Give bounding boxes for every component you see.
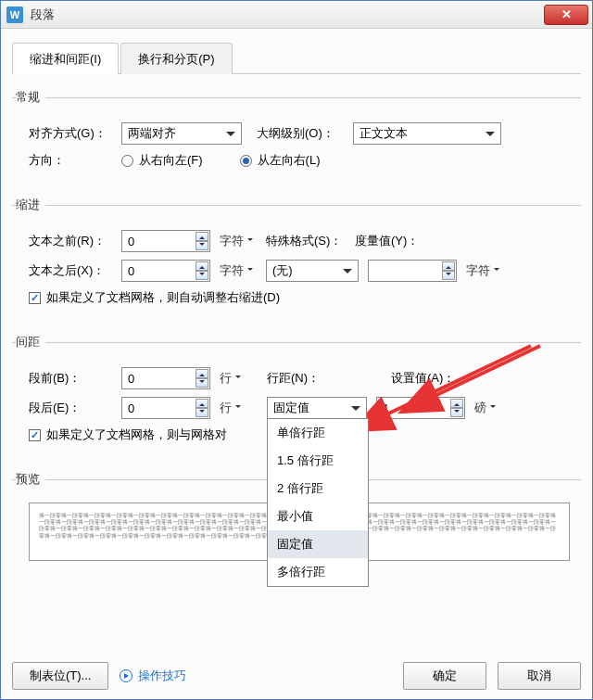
spin-indent-before[interactable]: 0	[121, 230, 210, 252]
dropdown-item[interactable]: 2 倍行距	[268, 475, 368, 503]
dropdown-item[interactable]: 1.5 倍行距	[268, 447, 368, 475]
section-spacing: 间距 段前(B)： 0 行 行距(N)： 设置值(A)： 段后(E)： 0 行 …	[12, 334, 581, 456]
label-alignment: 对齐方式(G)：	[29, 125, 112, 142]
select-alignment[interactable]: 两端对齐	[121, 122, 242, 145]
titlebar: W 段落 ✕	[1, 1, 592, 29]
unit-line-1[interactable]: 行	[220, 370, 241, 387]
unit-char-3[interactable]: 字符	[466, 262, 499, 279]
label-line-spacing: 行距(N)：	[267, 370, 341, 387]
dialog-footer: 制表位(T)... 操作技巧 确定 取消	[12, 662, 581, 690]
radio-ltr[interactable]: 从左向右(L)	[240, 152, 321, 169]
legend-indent: 缩进	[16, 197, 45, 213]
section-indent: 缩进 文本之前(R)： 0 字符 特殊格式(S)： 度量值(Y)： 文本之后(X…	[12, 197, 581, 319]
legend-spacing: 间距	[16, 334, 45, 350]
tips-link[interactable]: 操作技巧	[120, 668, 186, 684]
checkbox-icon: ✓	[29, 429, 41, 441]
spin-space-after[interactable]: 0	[121, 397, 210, 419]
checkbox-icon: ✓	[29, 292, 41, 304]
label-measure-value: 度量值(Y)：	[355, 233, 429, 249]
select-special-format[interactable]: (无)	[266, 260, 359, 282]
label-space-after: 段后(E)：	[29, 400, 112, 416]
unit-char-1[interactable]: 字符	[220, 233, 253, 249]
select-outline-level[interactable]: 正文文本	[353, 122, 501, 145]
spin-space-before[interactable]: 0	[121, 367, 210, 389]
tabs: 缩进和间距(I) 换行和分页(P)	[12, 42, 581, 74]
cancel-button[interactable]: 取消	[498, 662, 581, 690]
spin-set-value[interactable]: 1	[376, 397, 465, 419]
tab-line-page-break[interactable]: 换行和分页(P)	[120, 43, 232, 74]
play-icon	[120, 669, 132, 682]
label-outline-level: 大纲级别(O)：	[257, 125, 344, 142]
label-set-value: 设置值(A)：	[391, 370, 465, 387]
unit-char-2[interactable]: 字符	[220, 262, 253, 279]
dropdown-item-selected[interactable]: 固定值	[268, 530, 368, 558]
tab-stops-button[interactable]: 制表位(T)...	[12, 662, 108, 690]
window-title: 段落	[31, 6, 544, 23]
unit-line-2[interactable]: 行	[220, 400, 241, 416]
dialog-content: 缩进和间距(I) 换行和分页(P) 常规 对齐方式(G)： 两端对齐 大纲级别(…	[1, 29, 592, 622]
unit-point[interactable]: 磅	[474, 400, 496, 416]
label-indent-after: 文本之后(X)：	[29, 262, 112, 279]
section-general: 常规 对齐方式(G)： 两端对齐 大纲级别(O)： 正文文本 方向： 从右向左(…	[12, 89, 581, 182]
check-snap-to-grid[interactable]: ✓如果定义了文档网格，则与网格对	[29, 426, 227, 443]
dropdown-item[interactable]: 单倍行距	[268, 419, 368, 447]
label-direction: 方向：	[29, 152, 112, 169]
legend-preview: 预览	[16, 471, 45, 488]
spin-indent-after[interactable]: 0	[121, 260, 210, 282]
dropdown-item[interactable]: 最小值	[268, 503, 368, 530]
check-auto-adjust-indent[interactable]: ✓如果定义了文档网格，则自动调整右缩进(D)	[29, 289, 280, 306]
radio-icon-checked	[240, 155, 252, 167]
ok-button[interactable]: 确定	[403, 662, 486, 690]
radio-icon	[121, 155, 133, 167]
radio-rtl[interactable]: 从右向左(F)	[121, 152, 203, 169]
close-button[interactable]: ✕	[544, 5, 588, 25]
select-line-spacing[interactable]: 固定值 单倍行距 1.5 倍行距 2 倍行距 最小值 固定值 多倍行距	[267, 397, 367, 419]
legend-general: 常规	[16, 89, 45, 106]
dropdown-line-spacing: 单倍行距 1.5 倍行距 2 倍行距 最小值 固定值 多倍行距	[267, 418, 369, 587]
app-logo-icon: W	[6, 6, 23, 23]
spin-measure-value[interactable]	[368, 260, 457, 282]
dropdown-item[interactable]: 多倍行距	[268, 558, 368, 586]
close-icon: ✕	[561, 7, 572, 21]
paragraph-dialog: W 段落 ✕ 缩进和间距(I) 换行和分页(P) 常规 对齐方式(G)： 两端对…	[0, 0, 593, 700]
label-indent-before: 文本之前(R)：	[29, 233, 112, 249]
label-space-before: 段前(B)：	[29, 370, 112, 387]
label-special-format: 特殊格式(S)：	[266, 233, 346, 249]
tab-indent-spacing[interactable]: 缩进和间距(I)	[12, 43, 119, 74]
